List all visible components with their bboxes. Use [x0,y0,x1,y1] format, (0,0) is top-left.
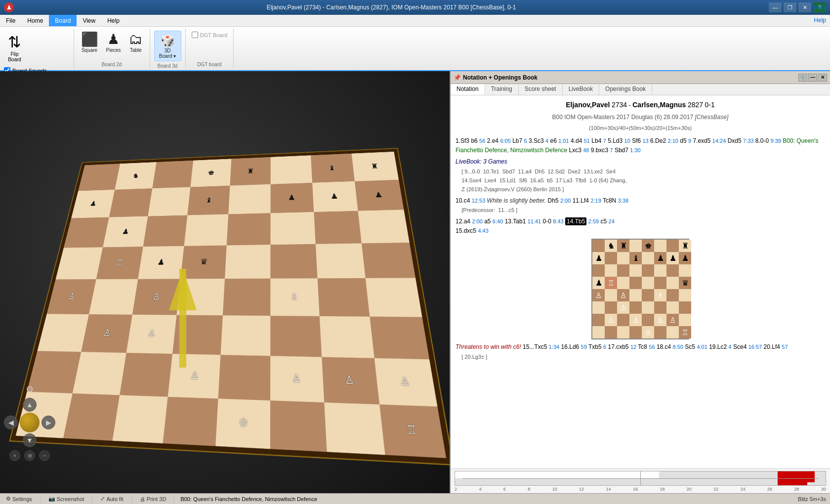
move-12-white[interactable]: a4 [464,218,470,225]
move-12-black[interactable]: a5 [484,218,491,225]
titlebar-title: Eljanov,Pavel (2734) - Carlsen,Magnus (2… [14,4,769,11]
cam-sphere[interactable] [20,413,40,432]
move-17-black[interactable]: Tc8 [638,343,647,350]
move-19-num: 19. [709,343,717,350]
move-5-black[interactable]: Sf6 [632,137,641,144]
move-3b-time: 1:01 [558,138,569,144]
mini-board: ♞ ♜ ♚ ♜ ♟ ♝ ♟ ♟ [591,239,689,339]
tab-notation[interactable]: Notation [451,84,485,95]
move-9-black[interactable]: Sbd7 [615,147,628,154]
move-6-black[interactable]: d5 [680,137,686,144]
menu-view[interactable]: View [77,15,101,26]
mini-h6 [679,264,691,277]
eval-8: 8 [528,487,530,492]
move-20-time: 57 [782,344,788,350]
move-1-white[interactable]: Sf3 [460,137,469,144]
flip-board-button[interactable]: ⇅ Flip Board [4,31,25,64]
eval-graph [455,471,826,486]
cam-minus-button[interactable]: − [39,450,50,461]
cam-add-button[interactable]: + [9,450,20,461]
square-button[interactable]: ⬛ Square [78,31,101,55]
move-3-white[interactable]: Sc3 [534,137,544,144]
move-15-white[interactable]: dxc5 [464,227,476,234]
move-3-black[interactable]: e6 [550,137,557,144]
move-4-white[interactable]: d4 [576,137,582,144]
move-14-black[interactable]: c5 [600,218,607,225]
move-7-black[interactable]: Dxd5 [728,137,742,144]
screenshot-button[interactable]: 📷 Screenshot [46,496,86,502]
minimize-button[interactable]: — [769,2,782,12]
move-13-black[interactable]: 0-0 [543,218,551,225]
move-11-black[interactable]: Tc8N [603,197,616,204]
move-11-num: 11. [573,197,581,204]
move-10-black[interactable]: Dh5 [548,197,559,204]
moves-10-container: 10.c4 12:53 White is slightly better. Dh… [456,196,825,215]
dgt-board-checkbox[interactable]: DGT Board [190,30,229,40]
livebook-container: LiveBook: 3 Games [ 9...0-0 10.Te1 Sbd7 … [456,157,825,194]
move-20-white[interactable]: Lf4 [772,343,780,350]
move-15-black[interactable]: 15...Txc5 [523,343,547,350]
move-16-black[interactable]: Txb5 [588,343,602,350]
cam-up-button[interactable]: ▲ [23,398,37,412]
cam-right-button[interactable]: ▶ [42,416,55,429]
move-4-black[interactable]: Lb4 [591,137,601,144]
tab-livebook[interactable]: LiveBook [563,84,599,95]
dgt-board-input[interactable] [192,32,198,38]
moves-container: 1.Sf3 b6 56 2.e4 6:05 Lb7 6 3.Sc3 4 e6 1… [456,136,825,155]
close-button[interactable]: ✕ [798,2,811,12]
mini-h4 [679,289,691,301]
table-button[interactable]: 🗂 Table [126,31,146,55]
pieces-button[interactable]: ♟ Pieces [103,31,124,55]
sq-h7: ♟ [355,179,404,210]
move-2-white[interactable]: e4 [492,137,498,144]
cam-down-button[interactable]: ▼ [23,433,37,447]
move-6-white[interactable]: De2 [655,137,666,144]
move-8-black[interactable]: Lxc3 [569,147,581,154]
cam-left-button[interactable]: ◀ [4,416,18,429]
move-1-black[interactable]: b6 [471,137,477,144]
print-3d-button[interactable]: 🖨 Print 3D [138,496,168,502]
menu-board[interactable]: Board [49,15,77,26]
move-18-white[interactable]: c4 [665,343,671,350]
move-2-black[interactable]: Lb7 [512,137,522,144]
ribbon-help-button[interactable]: Help [810,0,830,44]
move-19-white[interactable]: Lc2 [717,343,727,350]
autofit-button[interactable]: ⤢ Auto fit [98,496,125,502]
board-3d-container[interactable]: ♞ ♚ ♜ ♝ ♜ ♟ ♝ ♟ ♟ [40,126,410,432]
menu-home[interactable]: Home [21,15,49,26]
move-18-black[interactable]: Sc5 [685,343,695,350]
move-7-white[interactable]: exd5 [698,137,710,144]
notation-pin-button[interactable]: 📎 [798,74,807,82]
move-11-white[interactable]: Lf4 [581,197,589,204]
move-5-white[interactable]: Ld3 [613,137,622,144]
move-13-white[interactable]: Tab1 [513,218,526,225]
restore-button[interactable]: ❐ [784,2,796,12]
move-16-white[interactable]: Ld6 [569,343,579,350]
mini-d8 [629,240,642,252]
notation-minimize-button[interactable]: — [808,74,817,82]
board-3d-button[interactable]: 🎲 3DBoard ▾ [154,31,181,61]
notation-body[interactable]: Eljanov,Pavel 2734 - Carlsen,Magnus 2827… [451,95,830,468]
move-10-white[interactable]: c4 [464,197,470,204]
move-17-white[interactable]: cxb5 [616,343,628,350]
move-19-black[interactable]: Sce4 [733,343,747,350]
tab-score-sheet[interactable]: Score sheet [519,84,563,95]
menu-help[interactable]: Help [101,15,125,26]
tab-openings-book[interactable]: Openings Book [599,84,652,95]
move-4-num: 4. [571,137,576,144]
move-9-white[interactable]: bxc3 [596,147,608,154]
sq-g1 [324,402,385,455]
sq-b1 [63,393,120,441]
settings-button[interactable]: ⚙ Settings [4,496,34,502]
move-14-highlighted[interactable]: 14.Tb5 [565,217,586,225]
mini-g7: ♟ [666,252,679,264]
move-8-white[interactable]: 0-0 [760,137,769,144]
cam-zoom-out-button[interactable]: ⊖ [24,450,35,461]
menu-file[interactable]: File [0,15,21,26]
sq-h8: ♜ [352,152,399,181]
mini-f2: ♙ [654,314,666,326]
sq-h1: ♖ [379,404,446,458]
tab-training[interactable]: Training [485,84,519,95]
notation-close-button[interactable]: ✕ [818,74,827,82]
move-18b-time: 4:01 [697,344,707,350]
